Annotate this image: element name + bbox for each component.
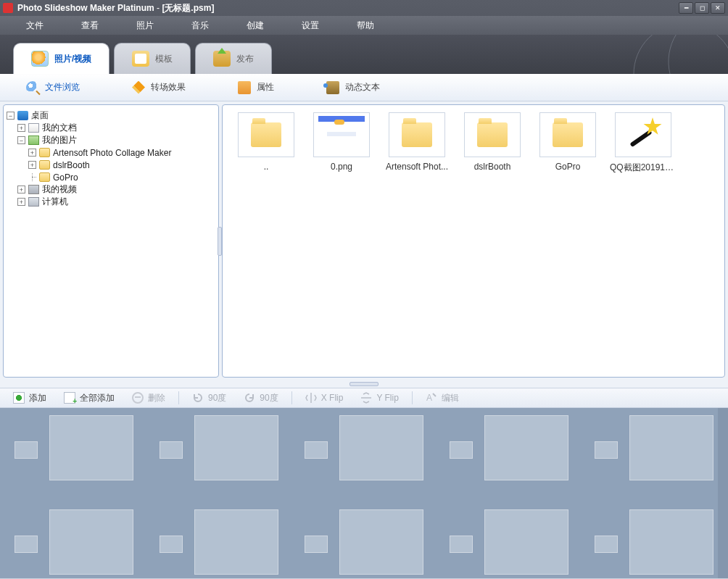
main-tabs-row: 照片/视频 模板 发布 xyxy=(0,35,728,74)
subtab-file-browse[interactable]: 文件浏览 xyxy=(0,81,106,94)
menu-music[interactable]: 音乐 xyxy=(173,17,228,35)
delete-icon xyxy=(132,392,144,404)
thumbnails-pane: .. 0.png Artensoft Phot... dslrBooth GoP… xyxy=(222,104,725,378)
rotate-right-button[interactable]: 90度 xyxy=(236,392,285,404)
tree-node-computer[interactable]: + 计算机 xyxy=(17,196,215,208)
expand-icon[interactable]: + xyxy=(17,124,25,132)
action-label: 删除 xyxy=(148,392,165,404)
thumb-label: 0.png xyxy=(331,162,352,172)
yflip-button[interactable]: Y Flip xyxy=(353,392,405,404)
tree-connector xyxy=(28,173,36,181)
action-label: 添加 xyxy=(29,392,46,404)
rotate-left-button[interactable]: 90度 xyxy=(185,392,233,404)
thumb-folder[interactable]: GoPro xyxy=(534,112,601,174)
photo-video-icon xyxy=(31,51,49,67)
template-icon xyxy=(132,51,149,67)
close-button[interactable]: ✕ xyxy=(711,2,725,14)
storyboard-slot[interactable] xyxy=(145,502,290,578)
flip-x-icon xyxy=(305,392,317,404)
thumbnails-list: .. 0.png Artensoft Phot... dslrBooth GoP… xyxy=(223,105,724,181)
dynamic-text-icon xyxy=(326,81,339,94)
storyboard-slot[interactable] xyxy=(435,502,580,578)
menu-photo[interactable]: 照片 xyxy=(117,17,173,35)
tab-template[interactable]: 模板 xyxy=(114,43,191,74)
action-label: 编辑 xyxy=(442,392,459,404)
add-button[interactable]: 添加 xyxy=(6,392,54,404)
storyboard-slot[interactable] xyxy=(580,502,725,578)
separator xyxy=(291,391,292,404)
collapse-icon[interactable]: − xyxy=(7,112,15,120)
horizontal-splitter[interactable] xyxy=(349,382,379,386)
storyboard-slot[interactable] xyxy=(290,408,435,512)
transition-icon xyxy=(132,81,145,94)
edit-button[interactable]: A 编辑 xyxy=(418,392,466,404)
maximize-button[interactable]: ◻ xyxy=(695,2,709,14)
tab-label: 照片/视频 xyxy=(54,53,91,65)
thumb-folder[interactable]: Artensoft Phot... xyxy=(384,112,450,174)
tree-node-myvideos[interactable]: + 我的视频 xyxy=(17,183,215,196)
menu-view[interactable]: 查看 xyxy=(62,17,117,35)
tab-publish[interactable]: 发布 xyxy=(195,43,272,74)
svg-text:A: A xyxy=(426,393,432,403)
storyboard-scrollbar[interactable] xyxy=(718,408,728,578)
storyboard-slot[interactable] xyxy=(580,408,725,512)
thumb-file[interactable]: QQ截图201910... xyxy=(610,112,677,174)
add-all-icon xyxy=(64,392,75,404)
folder-icon xyxy=(553,122,583,147)
thumb-file[interactable]: 0.png xyxy=(308,112,375,174)
menu-settings[interactable]: 设置 xyxy=(283,17,338,35)
properties-icon xyxy=(238,81,251,94)
action-label: X Flip xyxy=(321,393,344,403)
storyboard-area xyxy=(0,408,728,578)
thumb-label: QQ截图201910... xyxy=(610,162,677,174)
storyboard-slot[interactable] xyxy=(0,502,145,578)
thumb-label: GoPro xyxy=(555,162,581,172)
storyboard-row xyxy=(0,502,728,578)
tree-node-mydocs[interactable]: + 我的文档 xyxy=(17,122,215,134)
tab-photo-video[interactable]: 照片/视频 xyxy=(13,43,109,74)
storyboard-slot[interactable] xyxy=(145,408,290,512)
thumb-folder[interactable]: dslrBooth xyxy=(459,112,526,174)
magic-wand-icon xyxy=(626,117,661,152)
subtab-label: 文件浏览 xyxy=(45,81,80,93)
add-icon xyxy=(13,392,25,404)
menu-help[interactable]: 帮助 xyxy=(338,17,393,35)
action-label: 90度 xyxy=(260,392,278,404)
publish-icon xyxy=(213,51,231,67)
expand-icon[interactable]: + xyxy=(28,161,36,169)
document-icon xyxy=(28,123,39,133)
menu-create[interactable]: 创建 xyxy=(228,17,283,35)
tree-node-desktop[interactable]: − 桌面 xyxy=(7,109,215,122)
tree-node-artensoft[interactable]: + Artensoft Photo Collage Maker xyxy=(28,146,215,159)
collapse-icon[interactable]: − xyxy=(17,136,25,144)
pictures-icon xyxy=(28,136,39,145)
main-area: − 桌面 + 我的文档 xyxy=(0,101,728,380)
delete-button[interactable]: 删除 xyxy=(125,392,173,404)
add-all-button[interactable]: 全部添加 xyxy=(57,392,122,404)
computer-icon xyxy=(28,197,39,207)
app-icon xyxy=(3,3,13,13)
storyboard-slot[interactable] xyxy=(0,408,145,512)
vertical-splitter[interactable] xyxy=(218,227,222,256)
folder-tree-pane: − 桌面 + 我的文档 xyxy=(3,104,219,378)
expand-icon[interactable]: + xyxy=(17,186,25,193)
tree-node-mypics[interactable]: − 我的图片 xyxy=(17,134,215,146)
tree-node-gopro[interactable]: GoPro xyxy=(28,171,215,183)
expand-icon[interactable]: + xyxy=(17,198,25,206)
rotate-right-icon xyxy=(244,392,255,404)
storyboard-slot[interactable] xyxy=(435,408,580,512)
expand-icon[interactable]: + xyxy=(28,149,36,157)
header-decoration xyxy=(626,35,728,74)
storyboard-slot[interactable] xyxy=(290,502,435,578)
subtab-dynamic-text[interactable]: 动态文本 xyxy=(300,81,406,94)
subtab-properties[interactable]: 属性 xyxy=(212,81,300,94)
thumb-label: dslrBooth xyxy=(474,162,511,172)
minimize-button[interactable]: ━ xyxy=(679,2,693,14)
thumb-parent-folder[interactable]: .. xyxy=(233,112,299,174)
subtab-transition[interactable]: 转场效果 xyxy=(106,81,212,94)
xflip-button[interactable]: X Flip xyxy=(298,392,351,404)
tree-node-dslrbooth[interactable]: + dslrBooth xyxy=(28,159,215,171)
folder-icon xyxy=(402,122,432,147)
menu-file[interactable]: 文件 xyxy=(7,17,62,35)
separator xyxy=(178,391,179,404)
